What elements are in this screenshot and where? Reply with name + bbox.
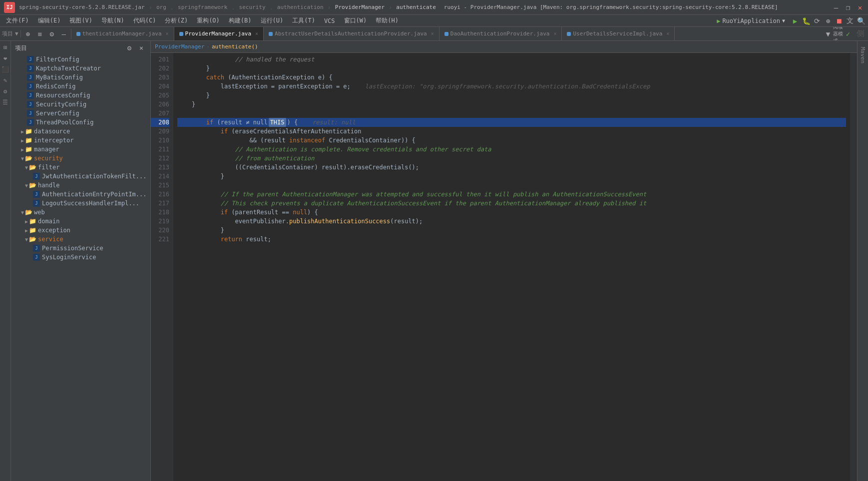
- folder-arrow-web: ▼: [21, 210, 24, 215]
- title-active-file: ProviderManager: [335, 4, 385, 10]
- nav-icon4[interactable]: —: [59, 29, 69, 39]
- code-line-201: // handled the request: [177, 55, 846, 64]
- nav-icon1[interactable]: ⊕: [23, 29, 33, 39]
- tree-item-mybatis[interactable]: J MyBatisConfig: [11, 73, 150, 82]
- code-line-206: }: [177, 100, 846, 109]
- tab-close-5[interactable]: ×: [666, 31, 669, 36]
- tree-item-manager[interactable]: ▶ 📁 manager: [11, 145, 150, 154]
- tree-item-jwt[interactable]: J JwtAuthenticationTokenFilt...: [11, 172, 150, 181]
- item-label-resources: ResourcesConfig: [36, 92, 90, 99]
- nav-icon2[interactable]: ≡: [35, 29, 45, 39]
- tree-item-security-folder[interactable]: ▼ 📂 security: [11, 154, 150, 163]
- reader-mode[interactable]: 阅读器模式: [833, 29, 843, 39]
- code-area[interactable]: 201 202 203 204 205 206 207 208 209 210 …: [151, 53, 857, 481]
- menu-tools[interactable]: 工具(T): [288, 15, 319, 26]
- tree-item-web-folder[interactable]: ▼ 📂 web: [11, 208, 150, 217]
- minimize-button[interactable]: —: [832, 3, 840, 11]
- code-line-213: ((CredentialsContainer) result).eraseCre…: [177, 163, 846, 172]
- translate-icon[interactable]: 文: [845, 16, 855, 26]
- path-authentication: authentication: [277, 4, 324, 10]
- sidebar: 项目 ⚙ × J FilterConfig J KaptchaTextCreat…: [11, 41, 151, 481]
- tree-item-permission[interactable]: J PermissionService: [11, 244, 150, 253]
- tree-item-service-folder[interactable]: ▼ 📂 service: [11, 235, 150, 244]
- debug-button[interactable]: 🐛: [801, 16, 811, 26]
- tree-item-security[interactable]: J SecurityConfig: [11, 100, 150, 109]
- reader-check[interactable]: ✓: [843, 29, 853, 39]
- menu-vcs[interactable]: VCS: [320, 16, 339, 25]
- menu-file[interactable]: 文件(F): [2, 15, 33, 26]
- tree-item-kaptcha[interactable]: J KaptchaTextCreator: [11, 64, 150, 73]
- run-button[interactable]: ▶: [790, 16, 800, 26]
- menu-help[interactable]: 帮助(H): [372, 15, 403, 26]
- tab-close-4[interactable]: ×: [553, 31, 556, 36]
- folder-arrow-domain: ▶: [25, 219, 28, 224]
- menu-window[interactable]: 窗口(W): [340, 15, 371, 26]
- tab-userdetailsservice[interactable]: UserDetailsServiceImpl.java ×: [562, 27, 675, 41]
- tree-item-interceptor[interactable]: ▶ 📁 interceptor: [11, 136, 150, 145]
- tab-overflow[interactable]: ▼: [823, 29, 833, 39]
- lt-btn-3[interactable]: ⬛: [1, 65, 10, 74]
- java-icon-authentry: J: [33, 191, 40, 198]
- close-button[interactable]: ✕: [856, 3, 864, 11]
- tab-daoprovider[interactable]: DaoAuthenticationProvider.java ×: [439, 27, 562, 41]
- menu-navigate[interactable]: 导航(N): [97, 15, 128, 26]
- menu-run[interactable]: 运行(U): [257, 15, 288, 26]
- tree-item-exception-folder[interactable]: ▶ 📁 exception: [11, 226, 150, 235]
- maximize-button[interactable]: ❐: [844, 3, 852, 11]
- tree-item-logout[interactable]: J LogoutSuccessHandlerImpl...: [11, 199, 150, 208]
- title-text: ruoyi - ProviderManager.java [Maven: org…: [444, 4, 778, 10]
- tree-item-redis[interactable]: J RedisConfig: [11, 82, 150, 91]
- tree-item-resources[interactable]: J ResourcesConfig: [11, 91, 150, 100]
- right-panel-toggle[interactable]: 侧: [853, 28, 868, 39]
- item-label-filter-folder: filter: [38, 164, 59, 171]
- folder-arrow-datasource: ▶: [21, 129, 24, 134]
- tree-item-server[interactable]: J ServerConfig: [11, 109, 150, 118]
- item-label-permission: PermissionService: [42, 245, 103, 252]
- toolbar-btn1[interactable]: ⟳: [812, 16, 822, 26]
- menu-build[interactable]: 构建(B): [225, 15, 256, 26]
- menu-edit[interactable]: 编辑(E): [34, 15, 65, 26]
- tree-item-filter-folder[interactable]: ▼ 📂 filter: [11, 163, 150, 172]
- tab-authmanager[interactable]: thenticationManager.java ×: [71, 27, 174, 41]
- window-controls[interactable]: — ❐ ✕: [832, 3, 864, 11]
- toolbar-btn2[interactable]: ⊕: [823, 16, 833, 26]
- tab-close-1[interactable]: ×: [166, 31, 169, 36]
- code-content[interactable]: // handled the request } catch ( Authent…: [173, 53, 850, 481]
- tree-item-datasource[interactable]: ▶ 📁 datasource: [11, 127, 150, 136]
- tab-label-1: thenticationManager.java: [82, 30, 162, 37]
- menu-refactor[interactable]: 重构(O): [193, 15, 224, 26]
- tree-item-handle-folder[interactable]: ▼ 📂 handle: [11, 181, 150, 190]
- item-label-exception-folder: exception: [38, 227, 70, 234]
- tab-providermanager[interactable]: ProviderManager.java ×: [174, 27, 264, 41]
- sidebar-close[interactable]: ×: [136, 43, 146, 53]
- tree-item-syslogin[interactable]: J SysLoginService: [11, 253, 150, 262]
- folder-arrow-manager: ▶: [21, 147, 24, 152]
- lt-btn-6[interactable]: ☰: [1, 98, 10, 107]
- tab-close-3[interactable]: ×: [431, 31, 434, 36]
- sidebar-gear[interactable]: ⚙: [124, 43, 134, 53]
- lt-btn-4[interactable]: ✎: [1, 76, 10, 85]
- menu-code[interactable]: 代码(C): [129, 15, 160, 26]
- menu-view[interactable]: 视图(V): [65, 15, 96, 26]
- search-everywhere[interactable]: 🔍: [856, 16, 866, 26]
- tree-item-domain-folder[interactable]: ▶ 📁 domain: [11, 217, 150, 226]
- menu-analyze[interactable]: 分析(Z): [161, 15, 192, 26]
- rs-tab-maven[interactable]: Maven: [859, 43, 867, 67]
- run-config[interactable]: ▶ RuoYiApplication ▼: [713, 16, 789, 25]
- breadcrumb-part1: ProviderManager: [155, 43, 204, 50]
- tree-item-threadpool[interactable]: J ThreadPoolConfig: [11, 118, 150, 127]
- lt-btn-2[interactable]: ❤: [1, 54, 10, 63]
- java-icon-server: J: [27, 110, 34, 117]
- tab-abstractprovider[interactable]: AbstractUserDetailsAuthenticationProvide…: [264, 27, 439, 41]
- nav-icon3[interactable]: ⚙: [47, 29, 57, 39]
- tree-item-authentry[interactable]: J AuthenticationEntryPointIm...: [11, 190, 150, 199]
- tree-item-filterconfig[interactable]: J FilterConfig: [11, 55, 150, 64]
- tab-close-2[interactable]: ×: [255, 31, 258, 36]
- folder-arrow-service: ▼: [25, 237, 28, 242]
- sidebar-title: 项目: [15, 44, 27, 52]
- stop-run[interactable]: ⏹: [834, 16, 844, 26]
- lt-btn-1[interactable]: ⊞: [1, 43, 10, 52]
- java-icon-resources: J: [27, 92, 34, 99]
- folder-icon-exception: 📁: [29, 227, 36, 234]
- lt-btn-5[interactable]: ⚙: [1, 87, 10, 96]
